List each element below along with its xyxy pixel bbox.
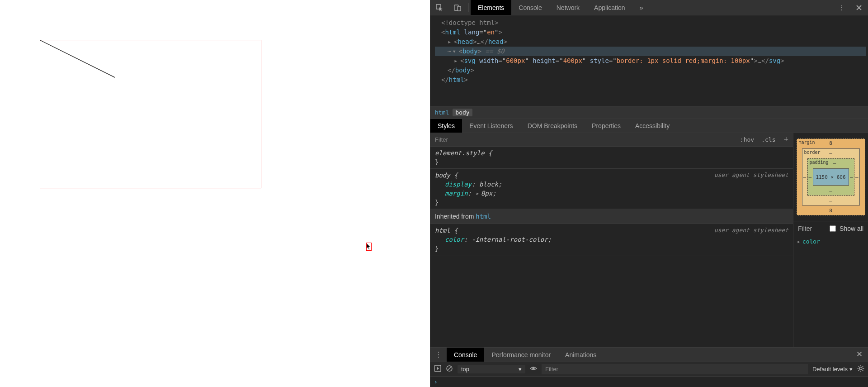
styles-rules-column: :hov .cls + element.style { } user agent… bbox=[430, 133, 793, 347]
console-prompt-icon: › bbox=[434, 378, 438, 385]
console-clear-icon[interactable] bbox=[446, 365, 453, 373]
show-all-label: Show all bbox=[840, 225, 863, 232]
devtools-menu-icon[interactable]: ⋮ bbox=[833, 0, 850, 15]
console-drawer: ⋮ Console Performance monitor Animations… bbox=[430, 347, 868, 387]
styles-body: :hov .cls + element.style { } user agent… bbox=[430, 133, 868, 347]
cls-toggle[interactable]: .cls bbox=[758, 136, 779, 143]
svg-point-6 bbox=[533, 368, 535, 370]
dom-doctype[interactable]: <!doctype html> bbox=[435, 18, 866, 28]
devtools-panel: Elements Console Network Application » ⋮… bbox=[430, 0, 868, 387]
console-context-selector[interactable]: top ▾ bbox=[458, 365, 525, 373]
devtools-close-icon[interactable] bbox=[850, 0, 868, 15]
subtab-dom-breakpoints[interactable]: DOM Breakpoints bbox=[520, 119, 585, 133]
svg-line-13 bbox=[863, 370, 863, 371]
page-svg bbox=[40, 40, 261, 188]
drawer-tab-animations[interactable]: Animations bbox=[558, 348, 604, 362]
crumb-body[interactable]: body bbox=[453, 109, 472, 116]
rule-html[interactable]: user agent stylesheet html { color: -int… bbox=[430, 224, 793, 255]
devtools-toolbar: Elements Console Network Application » ⋮ bbox=[430, 0, 868, 15]
dom-svg-node[interactable]: <svg width="600px" height="400px" style=… bbox=[435, 56, 866, 66]
device-toolbar-icon[interactable] bbox=[448, 0, 467, 15]
styles-subtabs: Styles Event Listeners DOM Breakpoints P… bbox=[430, 119, 868, 133]
drawer-tab-performance-monitor[interactable]: Performance monitor bbox=[484, 348, 558, 362]
tabs-overflow-button[interactable]: » bbox=[632, 0, 651, 15]
styles-rules[interactable]: element.style { } user agent stylesheet … bbox=[430, 147, 793, 347]
drawer-tab-console[interactable]: Console bbox=[447, 348, 484, 362]
box-margin-label: margin bbox=[799, 140, 815, 145]
rule-body[interactable]: user agent stylesheet body { display: bl… bbox=[430, 169, 793, 209]
dom-html-open[interactable]: <html lang="en"> bbox=[435, 28, 866, 37]
svg-line-12 bbox=[859, 366, 859, 367]
console-execute-icon[interactable] bbox=[434, 365, 441, 373]
svg-point-7 bbox=[859, 367, 862, 370]
tab-application[interactable]: Application bbox=[587, 0, 632, 15]
show-all-checkbox[interactable] bbox=[830, 225, 836, 232]
dom-body-close[interactable]: </body> bbox=[435, 66, 866, 75]
console-input[interactable]: › bbox=[430, 377, 868, 387]
svg-rect-3 bbox=[458, 6, 461, 11]
inspect-element-icon[interactable] bbox=[430, 0, 448, 15]
drawer-close-icon[interactable] bbox=[851, 351, 868, 359]
dom-tree[interactable]: <!doctype html> <html lang="en"> <head>…… bbox=[430, 15, 868, 106]
console-levels-selector[interactable]: Default levels ▾ bbox=[812, 366, 853, 373]
tab-network[interactable]: Network bbox=[549, 0, 587, 15]
hov-toggle[interactable]: :hov bbox=[736, 136, 758, 143]
dom-breadcrumb: html body bbox=[430, 106, 868, 119]
drawer-tabs: ⋮ Console Performance monitor Animations bbox=[430, 348, 868, 362]
box-content: 1150 × 606 bbox=[813, 168, 849, 186]
styles-filter-bar: :hov .cls + bbox=[430, 133, 793, 147]
rule-inherited-header: Inherited from html bbox=[430, 209, 793, 224]
dom-body-open[interactable]: ⋯<body> == $0 bbox=[435, 47, 866, 56]
metrics-column: margin 8 8 border – – – – padding – bbox=[793, 133, 868, 347]
subtab-properties[interactable]: Properties bbox=[585, 119, 628, 133]
dom-html-close[interactable]: </html> bbox=[435, 75, 866, 85]
tab-elements[interactable]: Elements bbox=[471, 0, 511, 15]
dom-head[interactable]: <head>…</head> bbox=[435, 37, 866, 47]
box-border-label: border bbox=[804, 150, 821, 155]
new-style-rule-button[interactable]: + bbox=[779, 135, 793, 144]
subtab-accessibility[interactable]: Accessibility bbox=[628, 119, 677, 133]
console-toolbar: top ▾ Default levels ▾ bbox=[430, 362, 868, 377]
drawer-menu-icon[interactable]: ⋮ bbox=[430, 350, 447, 359]
live-expression-icon[interactable] bbox=[530, 365, 537, 373]
console-settings-icon[interactable] bbox=[857, 365, 864, 373]
chevron-down-icon: ▾ bbox=[849, 366, 853, 373]
styles-filter-input[interactable] bbox=[430, 136, 736, 143]
svg-line-15 bbox=[859, 370, 859, 371]
tab-console[interactable]: Console bbox=[511, 0, 549, 15]
console-filter-input[interactable] bbox=[542, 364, 808, 374]
chevron-down-icon: ▾ bbox=[519, 366, 522, 373]
computed-filter-label[interactable]: Filter bbox=[798, 225, 826, 232]
computed-filter-bar: Filter Show all bbox=[793, 221, 868, 236]
crumb-html[interactable]: html bbox=[435, 109, 449, 116]
svg-line-0 bbox=[40, 40, 115, 77]
svg-line-14 bbox=[863, 366, 863, 367]
box-padding-label: padding bbox=[810, 160, 829, 165]
subtab-event-listeners[interactable]: Event Listeners bbox=[462, 119, 520, 133]
box-model[interactable]: margin 8 8 border – – – – padding – bbox=[793, 133, 868, 221]
rule-element-style[interactable]: element.style { } bbox=[430, 147, 793, 169]
subtab-styles[interactable]: Styles bbox=[430, 119, 462, 133]
mouse-cursor-icon bbox=[366, 243, 372, 251]
computed-list[interactable]: color bbox=[793, 236, 868, 247]
rendered-page bbox=[0, 0, 430, 387]
